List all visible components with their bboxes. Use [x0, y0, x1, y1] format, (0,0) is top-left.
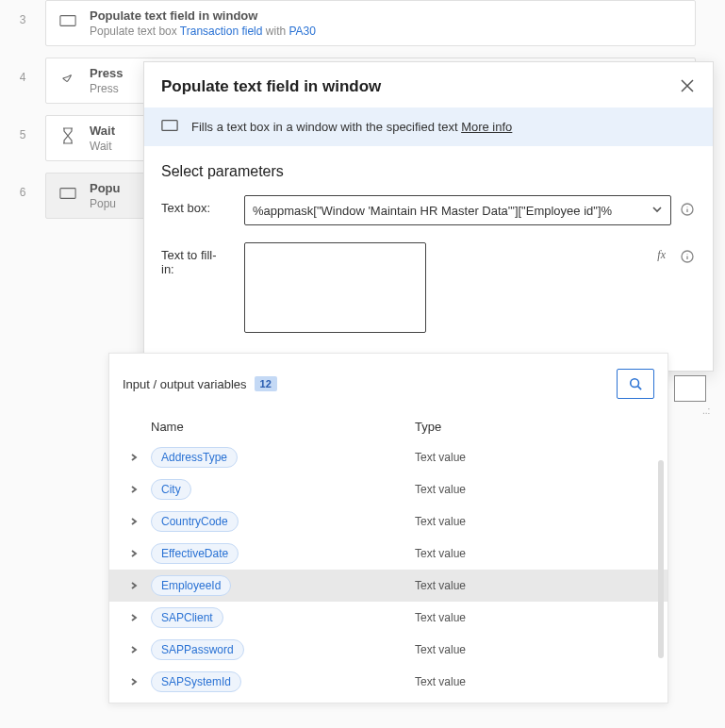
- svg-point-5: [631, 379, 639, 388]
- step-title: Press: [90, 66, 123, 82]
- variable-row[interactable]: SAPSystemIdText value: [109, 666, 667, 698]
- dialog-body: Select parameters Text box: %appmask["Wi…: [144, 146, 713, 371]
- step-card[interactable]: Populate text field in window Populate t…: [45, 0, 696, 46]
- variable-type: Text value: [415, 451, 466, 464]
- param-label: Text to fill-in:: [161, 242, 229, 276]
- step-number: 4: [0, 58, 45, 84]
- svg-rect-2: [162, 121, 177, 131]
- param-fill-row: Text to fill-in: fx: [161, 242, 696, 337]
- step-number: 5: [0, 115, 45, 141]
- search-button[interactable]: [617, 369, 654, 399]
- param-label: Text box:: [161, 195, 229, 215]
- variable-row[interactable]: AddressTypeText value: [109, 441, 667, 473]
- step-texts: Populate text field in window Populate t…: [90, 8, 316, 38]
- step-title: Populate text field in window: [90, 8, 316, 25]
- dialog-header: Populate text field in window: [144, 62, 713, 108]
- variables-count-badge: 12: [255, 376, 277, 391]
- step-texts: Wait Wait: [90, 124, 115, 153]
- dialog-title: Populate text field in window: [161, 77, 381, 96]
- variables-panel: Input / output variables 12 Name Type Ad…: [108, 353, 668, 703]
- dialog-info-text: Fills a text box in a window with the sp…: [191, 120, 512, 134]
- column-name: Name: [151, 420, 415, 434]
- textbox-icon: [161, 119, 178, 135]
- variable-chip[interactable]: EmployeeId: [151, 575, 231, 596]
- fx-icon[interactable]: fx: [657, 248, 666, 262]
- variable-chip[interactable]: SAPSystemId: [151, 671, 241, 692]
- resize-handle-icon[interactable]: ..:: [702, 405, 710, 416]
- step-subtitle: Popu: [90, 197, 121, 210]
- info-icon[interactable]: [681, 203, 696, 218]
- variable-row[interactable]: SAPPasswordText value: [109, 634, 667, 666]
- section-heading: Select parameters: [161, 163, 696, 180]
- variable-type: Text value: [415, 643, 466, 656]
- variable-chip[interactable]: EffectiveDate: [151, 543, 239, 564]
- step-texts: Popu Popu: [90, 181, 121, 210]
- variable-chip[interactable]: SAPClient: [151, 607, 223, 628]
- textbox-icon: [58, 183, 78, 204]
- variables-heading: Input / output variables: [123, 377, 247, 391]
- variable-chip[interactable]: CountryCode: [151, 511, 239, 532]
- variables-list: AddressTypeText valueCityText valueCount…: [109, 441, 667, 703]
- hourglass-icon: [58, 125, 78, 146]
- variable-chip[interactable]: AddressType: [151, 447, 238, 468]
- variable-chip[interactable]: City: [151, 479, 191, 500]
- expand-icon[interactable]: [128, 516, 140, 527]
- param-textbox-row: Text box: %appmask["Window 'Maintain HR …: [161, 195, 696, 225]
- variable-row[interactable]: SAPUserText value: [109, 698, 667, 703]
- textbox-icon: [58, 10, 78, 31]
- textbox-select[interactable]: %appmask["Window 'Maintain HR Master Dat…: [244, 195, 671, 225]
- step-title: Popu: [90, 181, 121, 197]
- expand-icon[interactable]: [128, 484, 140, 495]
- chevron-down-icon: [651, 204, 663, 218]
- expand-icon[interactable]: [128, 676, 140, 687]
- scrollbar-thumb[interactable]: [658, 460, 664, 658]
- variable-row[interactable]: CountryCodeText value: [109, 505, 667, 538]
- step-subtitle: Populate text box Transaction field with…: [90, 25, 316, 38]
- variable-row[interactable]: SAPClientText value: [109, 602, 667, 634]
- more-info-link[interactable]: More info: [461, 120, 512, 134]
- variable-type: Text value: [415, 515, 466, 528]
- variable-type: Text value: [415, 483, 466, 496]
- dialog-info-bar: Fills a text box in a window with the sp…: [144, 108, 713, 146]
- variable-row[interactable]: EffectiveDateText value: [109, 538, 667, 570]
- variable-type: Text value: [415, 579, 466, 592]
- expand-icon[interactable]: [128, 452, 140, 463]
- variables-column-headers: Name Type: [109, 412, 667, 441]
- textbox-value: %appmask["Window 'Maintain HR Master Dat…: [253, 204, 612, 218]
- cursor-icon: [58, 68, 78, 89]
- step-subtitle: Wait: [90, 140, 115, 153]
- variables-header: Input / output variables 12: [109, 354, 667, 412]
- text-to-fill-input[interactable]: [244, 242, 426, 333]
- variable-row[interactable]: EmployeeIdText value: [109, 570, 667, 602]
- svg-rect-1: [60, 188, 75, 198]
- expand-icon[interactable]: [128, 548, 140, 559]
- column-type: Type: [415, 420, 654, 434]
- step-subtitle: Press: [90, 82, 123, 95]
- dialog-button-fragment[interactable]: [674, 375, 706, 402]
- variable-type: Text value: [415, 547, 466, 560]
- expand-icon[interactable]: [128, 644, 140, 655]
- variable-type: Text value: [415, 675, 466, 688]
- svg-rect-0: [60, 16, 75, 26]
- info-icon[interactable]: [681, 250, 696, 265]
- variable-row[interactable]: CityText value: [109, 473, 667, 505]
- close-button[interactable]: [681, 79, 696, 94]
- variable-type: Text value: [415, 611, 466, 624]
- step-number: 6: [0, 173, 45, 199]
- variable-chip[interactable]: SAPPassword: [151, 639, 244, 660]
- flow-step[interactable]: 3 Populate text field in window Populate…: [0, 0, 725, 46]
- step-title: Wait: [90, 124, 115, 140]
- step-number: 3: [0, 0, 45, 26]
- expand-icon[interactable]: [128, 580, 140, 591]
- expand-icon[interactable]: [128, 612, 140, 623]
- populate-text-dialog: Populate text field in window Fills a te…: [143, 61, 714, 372]
- step-texts: Press Press: [90, 66, 123, 95]
